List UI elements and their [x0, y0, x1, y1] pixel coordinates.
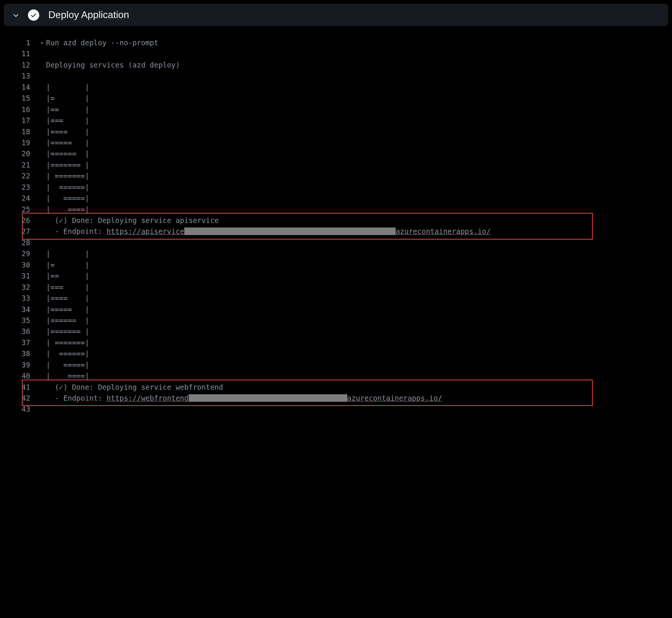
line-number[interactable]: 15	[0, 93, 38, 104]
fold-placeholder	[38, 126, 46, 137]
fold-placeholder	[38, 237, 46, 248]
log-line: 22| =======|	[0, 171, 672, 181]
fold-placeholder	[38, 315, 46, 326]
line-number[interactable]: 14	[0, 82, 38, 93]
line-number[interactable]: 26	[0, 215, 38, 226]
log-line: 21|======= |	[0, 160, 672, 171]
fold-placeholder	[38, 293, 46, 304]
line-number[interactable]: 16	[0, 104, 38, 115]
line-number[interactable]: 24	[0, 193, 38, 204]
fold-placeholder	[38, 404, 46, 415]
line-number[interactable]: 33	[0, 293, 38, 304]
log-line: 31|== |	[0, 271, 672, 281]
log-text: - Endpoint: https://apiserviceazureconta…	[46, 226, 491, 237]
log-line: 26 (✓) Done: Deploying service apiservic…	[0, 215, 672, 226]
log-line: 43	[0, 404, 672, 415]
fold-placeholder	[38, 148, 46, 159]
log-text: | =======|	[46, 171, 89, 181]
step-header[interactable]: Deploy Application	[4, 4, 668, 26]
log-text: - Endpoint: https://webfrontendazurecont…	[46, 393, 442, 404]
log-text: |=== |	[46, 282, 89, 293]
line-number[interactable]: 42	[0, 393, 38, 404]
line-number[interactable]: 35	[0, 315, 38, 326]
log-text: | =====|	[46, 360, 89, 370]
log-line: 34|===== |	[0, 304, 672, 315]
log-line: 28	[0, 237, 672, 248]
log-text: |= |	[46, 93, 89, 104]
collapse-step-chevron-icon[interactable]	[11, 11, 20, 20]
fold-placeholder	[38, 48, 46, 59]
log-output: 1Run azd deploy --no-prompt1112Deploying…	[0, 37, 672, 415]
line-number[interactable]: 41	[0, 382, 38, 393]
line-number[interactable]: 38	[0, 348, 38, 359]
log-line: 39| =====|	[0, 360, 672, 370]
line-number[interactable]: 25	[0, 204, 38, 215]
fold-placeholder	[38, 71, 46, 81]
line-number[interactable]: 31	[0, 271, 38, 281]
line-number[interactable]: 17	[0, 115, 38, 126]
log-text: Run azd deploy --no-prompt	[46, 37, 158, 48]
log-line: 29| |	[0, 248, 672, 259]
log-text: | ======|	[46, 182, 89, 193]
fold-placeholder	[38, 204, 46, 215]
log-line: 40| ====|	[0, 370, 672, 381]
redacted-segment	[189, 394, 347, 402]
line-number[interactable]: 11	[0, 48, 38, 59]
line-number[interactable]: 37	[0, 337, 38, 348]
line-number[interactable]: 27	[0, 226, 38, 237]
line-number[interactable]: 36	[0, 326, 38, 337]
fold-placeholder	[38, 171, 46, 181]
line-number[interactable]: 32	[0, 282, 38, 293]
fold-placeholder	[38, 104, 46, 115]
log-text: | |	[46, 82, 89, 93]
fold-placeholder	[38, 137, 46, 148]
fold-placeholder	[38, 182, 46, 193]
line-number[interactable]: 43	[0, 404, 38, 415]
log-line: 19|===== |	[0, 137, 672, 148]
log-text: | =======|	[46, 337, 89, 348]
line-number[interactable]: 13	[0, 71, 38, 81]
line-number[interactable]: 40	[0, 370, 38, 381]
log-text: |======= |	[46, 326, 89, 337]
fold-placeholder	[38, 382, 46, 393]
line-number[interactable]: 39	[0, 360, 38, 370]
line-number[interactable]: 34	[0, 304, 38, 315]
fold-placeholder	[38, 60, 46, 71]
fold-toggle-icon[interactable]	[38, 37, 46, 48]
log-text: |=== |	[46, 115, 89, 126]
log-line: 20|====== |	[0, 148, 672, 159]
line-number[interactable]: 22	[0, 171, 38, 181]
log-text: |===== |	[46, 137, 89, 148]
line-number[interactable]: 30	[0, 260, 38, 271]
endpoint-link[interactable]: https://webfrontendazurecontainerapps.io…	[106, 394, 442, 402]
line-number[interactable]: 28	[0, 237, 38, 248]
log-line: 33|==== |	[0, 293, 672, 304]
fold-placeholder	[38, 393, 46, 404]
line-number[interactable]: 1	[0, 37, 38, 48]
line-number[interactable]: 29	[0, 248, 38, 259]
fold-placeholder	[38, 248, 46, 259]
log-text: | ====|	[46, 204, 89, 215]
line-number[interactable]: 21	[0, 160, 38, 171]
line-number[interactable]: 20	[0, 148, 38, 159]
line-number[interactable]: 18	[0, 126, 38, 137]
endpoint-link[interactable]: https://apiserviceazurecontainerapps.io/	[106, 227, 491, 235]
line-number[interactable]: 19	[0, 137, 38, 148]
log-text: |======= |	[46, 160, 89, 171]
line-number[interactable]: 12	[0, 60, 38, 71]
line-number[interactable]: 23	[0, 182, 38, 193]
log-text: |== |	[46, 104, 89, 115]
log-text: |== |	[46, 271, 89, 281]
log-line: 35|====== |	[0, 315, 672, 326]
fold-placeholder	[38, 193, 46, 204]
log-line: 14| |	[0, 82, 672, 93]
log-line: 41 (✓) Done: Deploying service webfronte…	[0, 382, 672, 393]
fold-placeholder	[38, 360, 46, 370]
log-text: | ====|	[46, 370, 89, 381]
log-text: | |	[46, 248, 89, 259]
fold-placeholder	[38, 260, 46, 271]
log-text: (✓) Done: Deploying service webfrontend	[46, 382, 223, 393]
log-line: 27 - Endpoint: https://apiserviceazureco…	[0, 226, 672, 237]
log-line: 17|=== |	[0, 115, 672, 126]
fold-placeholder	[38, 282, 46, 293]
